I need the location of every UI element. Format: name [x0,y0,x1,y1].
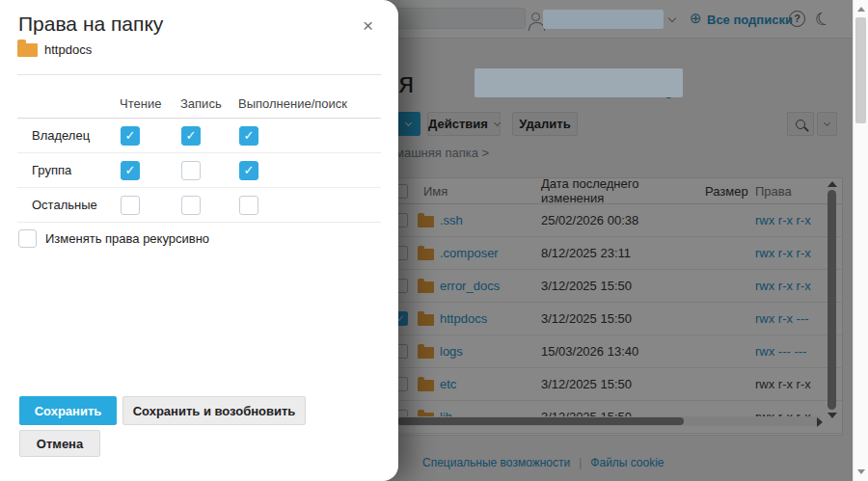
close-icon[interactable]: × [363,16,373,35]
save-button[interactable]: Сохранить [19,396,117,425]
permissions-table: Владелец✓✓✓Группа✓✓Остальные [17,119,381,223]
read-checkbox[interactable]: ✓ [121,161,140,180]
execute-checkbox[interactable]: ✓ [239,126,258,146]
folder-permissions-dialog: Права на папку httpdocs × Чтение Запись … [0,0,398,481]
read-checkbox[interactable] [121,196,140,215]
execute-checkbox[interactable]: ✓ [239,161,258,180]
permission-row: Владелец✓✓✓ [17,119,381,153]
scroll-up-icon[interactable] [857,7,865,12]
recursive-checkbox[interactable] [18,229,37,248]
column-header-execute: Выполнение/поиск [238,96,347,111]
permission-row-label: Группа [17,163,121,177]
read-checkbox[interactable]: ✓ [121,126,140,146]
page-scrollbar[interactable] [853,0,868,481]
scroll-down-icon[interactable] [857,469,865,474]
divider [17,74,381,75]
permission-row-label: Владелец [17,128,121,143]
column-header-read: Чтение [120,96,161,111]
dialog-folder-name: httpdocs [44,42,92,57]
save-and-resume-button[interactable]: Сохранить и возобновить [122,396,306,425]
redacted-domain-name [475,68,683,97]
write-checkbox[interactable]: ✓ [181,126,201,146]
screen: ⊕ Все подписки ? ☾ ов дляby Действия Уда… [0,0,868,481]
permission-row-label: Остальные [17,198,121,212]
column-header-write: Запись [180,96,222,111]
recursive-label: Изменять права рекурсивно [45,231,209,246]
page-scroll-thumb[interactable] [855,17,866,123]
permission-row: Остальные [17,188,381,223]
dialog-folder: httpdocs [17,41,92,57]
permission-row: Группа✓✓ [17,153,381,188]
dialog-title: Права на папку [18,13,163,36]
recursive-option: Изменять права рекурсивно [18,229,209,248]
execute-checkbox[interactable] [239,196,258,215]
cancel-button[interactable]: Отмена [19,430,100,457]
folder-icon [17,43,38,57]
write-checkbox[interactable] [181,196,201,215]
redacted-username [543,10,664,29]
write-checkbox[interactable] [181,161,201,180]
